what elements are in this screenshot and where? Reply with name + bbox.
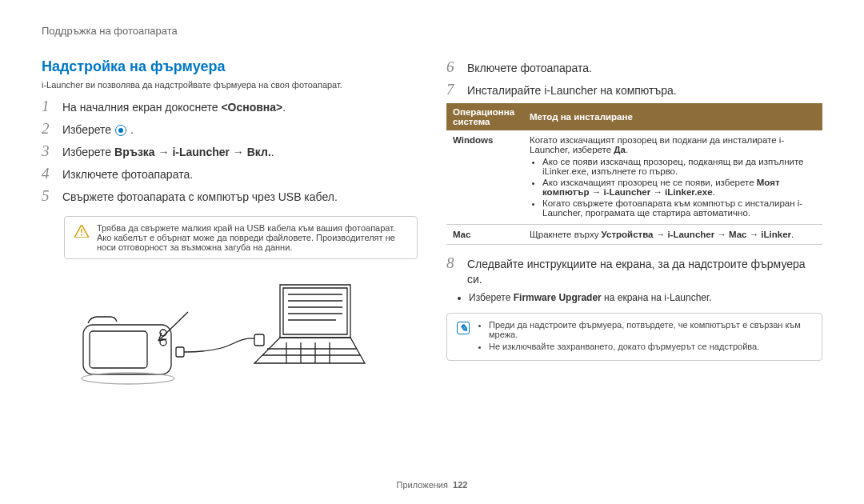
step-6: 6 Включете фотоапарата. <box>446 58 822 76</box>
step-8-sub: Изберете Firmware Upgrader на екрана на … <box>446 292 822 303</box>
info-box: ✎ Преди да надстроите фърмуера, потвърде… <box>446 313 822 361</box>
table-row: Windows Когато изскачащият прозорец ви п… <box>446 130 822 225</box>
win-intro-bold: Да <box>614 145 626 154</box>
step-8-sub-item: Изберете Firmware Upgrader на екрана на … <box>469 292 822 303</box>
breadcrumb: Поддръжка на фотоапарата <box>42 25 178 37</box>
step-number: 8 <box>446 254 458 272</box>
info-bullet-1: Преди да надстроите фърмуера, потвърдете… <box>489 320 812 339</box>
page-content: Надстройка на фърмуера i-Launcher ви поз… <box>0 42 864 389</box>
page-number: 122 <box>453 480 467 490</box>
step-number: 5 <box>42 187 53 205</box>
s8-sub-bold: Firmware Upgrader <box>514 292 602 303</box>
svg-rect-18 <box>176 347 184 357</box>
step-8: 8 Следвайте инструкциите на екрана, за д… <box>446 254 822 287</box>
page-header: Поддръжка на фотоапарата <box>0 0 864 42</box>
step-text-bold: Връзка → i-Launcher → Вкл. <box>114 146 271 158</box>
mac-bold: Устройства → i-Launcher → Mac → iLinker <box>602 230 791 239</box>
os-windows-method: Когато изскачащият прозорец ви подкани д… <box>523 130 822 225</box>
step-number: 4 <box>42 165 53 182</box>
s8-sub-pre: Изберете <box>469 292 514 303</box>
win-b2-post: . <box>713 187 715 197</box>
step-number: 1 <box>42 98 53 115</box>
info-bullet-2: Не изключвайте захранването, докато фърм… <box>489 342 812 351</box>
step-4: 4 Изключете фотоапарата. <box>42 165 418 182</box>
right-column: 6 Включете фотоапарата. 7 Инсталирайте i… <box>446 58 822 389</box>
mac-post: . <box>791 230 794 239</box>
s8-sub-post: на екрана на i-Launcher. <box>602 292 712 303</box>
install-method-table: Операционна система Метод на инсталиране… <box>446 103 822 245</box>
win-b2-pre: Ако изскачащият прозорец не се появи, из… <box>542 178 757 187</box>
step-text-post: . <box>282 101 286 114</box>
table-header-os: Операционна система <box>446 103 523 130</box>
svg-rect-2 <box>83 325 171 374</box>
win-intro-pre: Когато изскачащият прозорец ви подкани д… <box>530 135 784 154</box>
step-text: Изключете фотоапарата. <box>62 167 193 182</box>
step-number: 3 <box>42 142 53 160</box>
win-bullet-1: Ако се появи изскачащ прозорец, подканящ… <box>542 157 816 176</box>
win-bullet-2: Ако изскачащият прозорец не се появи, из… <box>542 178 816 197</box>
step-number: 6 <box>446 58 458 76</box>
note-icon: ✎ <box>457 322 470 334</box>
mac-pre: Щракнете върху <box>530 230 602 239</box>
section-intro: i-Launcher ви позволява да надстройвате … <box>42 80 418 90</box>
left-column: Надстройка на фърмуера i-Launcher ви поз… <box>42 58 418 389</box>
section-title: Надстройка на фърмуера <box>42 58 418 75</box>
svg-point-1 <box>81 234 82 236</box>
settings-target-icon <box>115 125 126 136</box>
step-3: 3 Изберете Връзка → i-Launcher → Вкл.. <box>42 142 418 160</box>
step-text: На началния екран докоснете <Основна>. <box>62 100 286 115</box>
svg-rect-19 <box>254 334 264 346</box>
step-number: 2 <box>42 120 53 138</box>
step-text-pre: Изберете <box>62 123 114 136</box>
footer-label: Приложения <box>397 480 448 490</box>
step-7: 7 Инсталирайте i-Launcher на компютъра. <box>446 81 822 98</box>
step-text: Изберете Връзка → i-Launcher → Вкл.. <box>62 145 274 160</box>
step-text-pre: На началния екран докоснете <box>62 101 221 114</box>
step-text-bold: <Основна> <box>221 101 282 114</box>
step-text: Следвайте инструкциите на екрана, за да … <box>467 257 822 287</box>
step-text-pre: Изберете <box>62 146 114 158</box>
page-footer: Приложения 122 <box>0 480 864 490</box>
usb-connection-diagram <box>64 269 368 389</box>
step-text: Включете фотоапарата. <box>467 61 592 76</box>
table-header-method: Метод на инсталиране <box>523 103 822 130</box>
os-mac-method: Щракнете върху Устройства → i-Launcher →… <box>523 225 822 245</box>
win-intro-post: . <box>626 145 628 154</box>
table-row: Mac Щракнете върху Устройства → i-Launch… <box>446 225 822 245</box>
step-1: 1 На началния екран докоснете <Основна>. <box>42 98 418 115</box>
step-5: 5 Свържете фотоапарата с компютър чрез U… <box>42 187 418 205</box>
win-bullet-3: Когато свържете фотоапарата към компютър… <box>542 198 816 218</box>
os-mac-label: Mac <box>446 225 523 245</box>
warning-icon <box>74 225 89 238</box>
step-text: Изберете . <box>62 122 134 138</box>
step-text-post: . <box>127 123 134 136</box>
os-windows-label: Windows <box>446 130 523 225</box>
svg-rect-3 <box>90 331 147 368</box>
step-text: Инсталирайте i-Launcher на компютъра. <box>467 83 677 98</box>
step-number: 7 <box>446 81 458 98</box>
warning-text: Трябва да свържете малкия край на USB ка… <box>97 223 407 252</box>
step-text: Свържете фотоапарата с компютър чрез USB… <box>62 190 338 205</box>
step-text-post: . <box>271 146 274 158</box>
step-2: 2 Изберете . <box>42 120 418 138</box>
warning-box: Трябва да свържете малкия край на USB ка… <box>64 216 418 259</box>
